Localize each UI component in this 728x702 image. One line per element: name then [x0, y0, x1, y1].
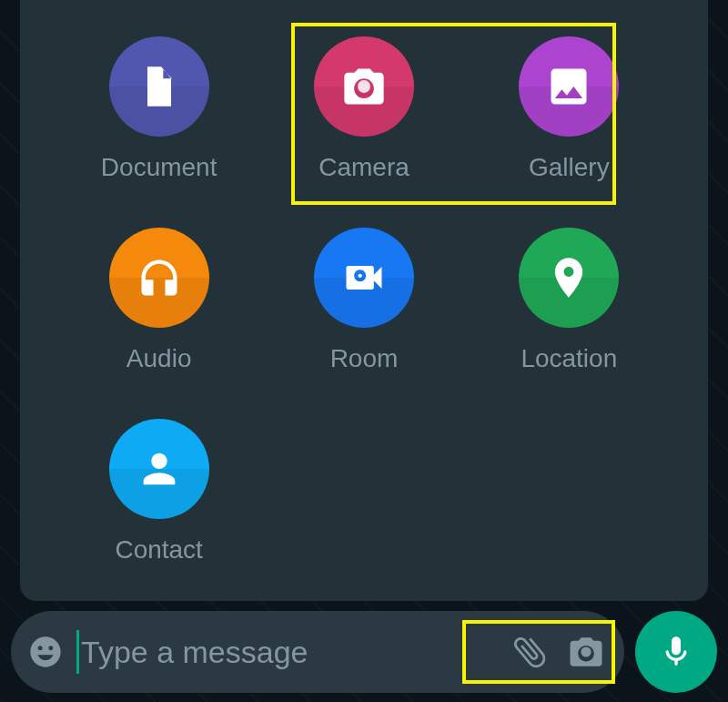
attachment-label: Camera: [318, 153, 410, 182]
attach-button[interactable]: [508, 630, 551, 674]
message-input-bar: Type a message: [11, 611, 624, 693]
document-icon: [109, 36, 209, 137]
attachment-label: Room: [330, 344, 399, 373]
attachment-label: Document: [101, 153, 217, 182]
attachment-label: Gallery: [529, 153, 610, 182]
voice-record-button[interactable]: [635, 611, 717, 693]
attachment-label: Location: [521, 344, 617, 373]
attachment-contact[interactable]: Contact: [109, 419, 209, 565]
attachment-panel: Document Camera Gallery Audio Room: [20, 0, 708, 601]
emoji-button[interactable]: [27, 634, 64, 670]
video-room-icon: [314, 228, 414, 328]
attachment-gallery[interactable]: Gallery: [519, 36, 619, 182]
attachment-location[interactable]: Location: [519, 228, 619, 373]
camera-button[interactable]: [564, 630, 608, 674]
text-cursor: [76, 630, 79, 674]
attachment-label: Contact: [115, 535, 203, 565]
attachment-document[interactable]: Document: [101, 36, 217, 182]
headphones-icon: [109, 228, 209, 328]
attachment-audio[interactable]: Audio: [109, 228, 209, 373]
attachment-room[interactable]: Room: [314, 228, 414, 373]
message-placeholder: Type a message: [81, 635, 308, 670]
attachment-camera[interactable]: Camera: [314, 36, 414, 182]
person-icon: [109, 419, 209, 519]
camera-icon: [314, 36, 414, 137]
attachment-grid: Document Camera Gallery Audio Room: [75, 36, 653, 565]
gallery-icon: [519, 36, 619, 137]
location-pin-icon: [519, 228, 619, 328]
input-row: Type a message: [11, 611, 717, 693]
message-input[interactable]: Type a message: [76, 630, 495, 674]
attachment-label: Audio: [126, 344, 192, 373]
